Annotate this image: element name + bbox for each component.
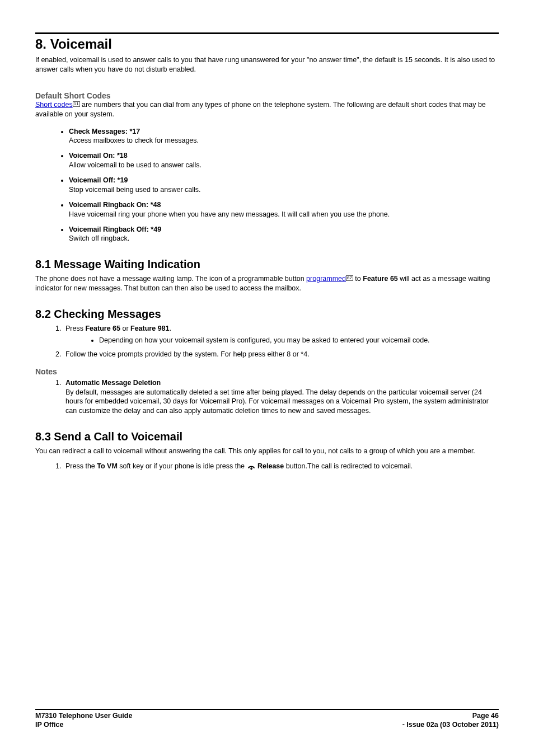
release-label: Release [256,462,284,470]
shortcode-desc: Have voicemail ring your phone when you … [69,210,390,218]
list-item: Depending on how your voicemail system i… [99,336,499,345]
notes-list: Automatic Message Deletion By default, m… [35,378,499,416]
footer-guide-title: M7310 Telephone User Guide [35,711,132,720]
footer-product: IP Office [35,720,63,729]
list-item: Voicemail Off: *19 Stop voicemail being … [69,176,499,195]
shortcodes-ref-icon: 11 [73,101,80,107]
shortcodes-description: Short codes11 are numbers that you can d… [35,100,499,119]
feature-label: Feature 65 [85,325,120,332]
footer-rule [35,709,499,710]
text-fragment: button.The call is redirected to voicema… [284,462,413,470]
feature-label: Feature 981 [130,325,169,332]
text-fragment: or [120,325,130,332]
text-fragment: to [353,275,363,283]
shortcode-title: Voicemail On: *18 [69,152,128,159]
shortcodes-heading: Default Short Codes [35,91,499,100]
note-text: By default, messages are automatically d… [65,388,489,415]
shortcode-desc: Allow voicemail to be used to answer cal… [69,161,202,169]
section-8-3-intro: You can redirect a call to voicemail wit… [35,447,499,456]
notes-heading: Notes [35,367,499,376]
shortcode-desc: Stop voicemail being used to answer call… [69,186,201,194]
text-fragment: Press [65,325,85,332]
section-8-2-heading: 8.2 Checking Messages [35,308,499,321]
shortcode-desc: Switch off ringback. [69,234,129,242]
section-8-1-text: The phone does not have a message waitin… [35,274,499,293]
list-item: Check Messages: *17 Access mailboxes to … [69,127,499,146]
sub-bullet-list: Depending on how your voicemail system i… [65,336,499,345]
section-8-3-steps: Press the To VM soft key or if your phon… [35,462,499,471]
footer-issue: - Issue 02a (03 October 2011) [402,720,499,729]
chapter-intro: If enabled, voicemail is used to answer … [35,55,499,74]
chapter-heading: 8. Voicemail [35,36,499,52]
feature-label: Feature 65 [363,275,398,283]
programmed-link[interactable]: programmed [306,275,346,283]
text-fragment: soft key or if your phone is idle press … [118,462,247,470]
shortcode-title: Voicemail Off: *19 [69,176,128,184]
shortcode-desc: Access mailboxes to check for messages. [69,137,199,144]
shortcodes-link[interactable]: Short codes [35,101,73,109]
shortcodes-desc-text: are numbers that you can dial from any t… [35,101,486,118]
text-fragment: Press the [65,462,97,470]
list-item: Voicemail Ringback On: *48 Have voicemai… [69,200,499,219]
programmed-ref-icon: 67 [346,275,353,281]
page-footer: M7310 Telephone User Guide Page 46 IP Of… [35,709,499,730]
shortcode-title: Voicemail Ringback Off: *49 [69,226,161,233]
text-fragment: . [170,325,171,332]
shortcode-title: Check Messages: *17 [69,128,140,135]
shortcode-title: Voicemail Ringback On: *48 [69,201,161,209]
list-item: Press Feature 65 or Feature 981. Dependi… [63,324,499,345]
list-item: Voicemail On: *18 Allow voicemail to be … [69,151,499,170]
list-item: Press the To VM soft key or if your phon… [63,462,499,471]
note-title: Automatic Message Deletion [65,379,161,387]
list-item: Voicemail Ringback Off: *49 Switch off r… [69,225,499,244]
section-8-3-heading: 8.3 Send a Call to Voicemail [35,430,499,443]
footer-page-number: Page 46 [472,711,499,720]
top-rule [35,32,499,34]
text-fragment: The phone does not have a message waitin… [35,275,306,283]
section-8-2-steps: Press Feature 65 or Feature 981. Dependi… [35,324,499,359]
document-page: 8. Voicemail If enabled, voicemail is us… [0,0,534,756]
section-8-1-heading: 8.1 Message Waiting Indication [35,258,499,271]
softkey-label: To VM [97,462,118,470]
list-item: Follow the voice prompts provided by the… [63,350,499,359]
release-icon [247,462,256,470]
list-item: Automatic Message Deletion By default, m… [63,378,499,416]
shortcodes-list: Check Messages: *17 Access mailboxes to … [35,127,499,244]
